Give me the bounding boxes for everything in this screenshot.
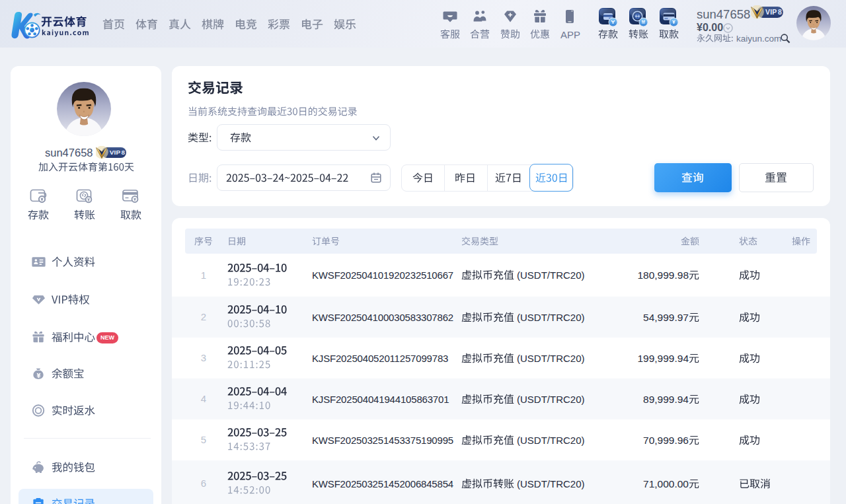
svg-text:8: 8: [122, 149, 126, 156]
svg-text:8: 8: [778, 9, 782, 16]
svg-text:VIP: VIP: [110, 149, 121, 156]
svg-text:VIP: VIP: [765, 9, 777, 16]
